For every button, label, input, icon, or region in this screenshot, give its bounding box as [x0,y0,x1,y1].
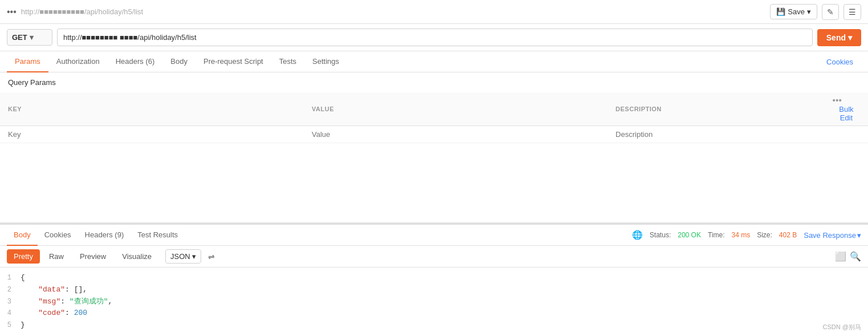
json-val-code: 200 [74,309,87,317]
row-actions-cell [825,126,868,143]
save-response-button[interactable]: Save Response ▾ [804,231,861,240]
save-chevron-icon: ▾ [807,7,811,16]
tab-settings[interactable]: Settings [304,51,347,72]
json-chevron-icon: ▾ [192,252,196,261]
response-tab-cookies[interactable]: Cookies [38,225,78,246]
key-column-header: KEY [0,92,304,126]
send-button[interactable]: Send ▾ [817,29,861,46]
format-tab-visualize[interactable]: Visualize [115,249,158,264]
tab-authorization[interactable]: Authorization [48,51,108,72]
json-key-msg: "msg" [38,297,60,306]
description-column-header: DESCRIPTION [608,92,825,126]
description-cell [608,126,825,143]
code-line-2: 2 "data": [], [0,284,868,296]
send-label: Send [826,33,846,42]
json-format-selector[interactable]: JSON ▾ [165,249,201,264]
top-bar-right: 💾 Save ▾ ✎ ☰ [770,4,861,20]
size-value: 402 B [779,231,797,239]
save-label: Save [788,7,805,16]
code-content-1: { [21,272,868,284]
description-input[interactable] [616,130,817,139]
request-tabs-bar: Params Authorization Headers (6) Body Pr… [0,51,868,72]
edit-button[interactable]: ✎ [822,4,839,20]
menu-dots-icon[interactable]: ••• [7,7,17,17]
request-bar: GET ▾ Send ▾ [0,24,868,51]
code-line-1: 1 { [0,272,868,284]
response-code-area: 1 { 2 "data": [], 3 "msg": "查询成功", 4 "c [0,268,868,336]
query-params-label: Query Params [0,72,868,92]
comment-icon: ☰ [849,7,856,17]
time-value: 34 ms [731,231,750,239]
key-input[interactable] [8,130,296,139]
method-selector[interactable]: GET ▾ [7,29,52,46]
save-button[interactable]: 💾 Save ▾ [770,4,817,19]
method-label: GET [12,33,27,42]
tab-tests[interactable]: Tests [271,51,304,72]
request-url-title: http://■■■■■■■■■■/api/holiday/h5/list [21,7,143,16]
line-num-3: 3 [0,296,21,307]
response-status-bar: 🌐 Status: 200 OK Time: 34 ms Size: 402 B… [632,230,861,240]
format-bar: Pretty Raw Preview Visualize JSON ▾ ⇌ ⬜ … [0,246,868,268]
line-num-2: 2 [0,284,21,295]
value-input[interactable] [312,130,600,139]
format-tab-raw[interactable]: Raw [42,249,71,264]
status-code-badge: 200 OK [678,231,701,239]
top-bar-left: ••• http://■■■■■■■■■■/api/holiday/h5/lis… [7,7,143,17]
code-line-4: 4 "code": 200 [0,307,868,319]
tab-headers[interactable]: Headers (6) [108,51,163,72]
edit-icon: ✎ [827,7,834,17]
tab-body[interactable]: Body [162,51,195,72]
tab-params[interactable]: Params [7,51,48,72]
params-spacer [0,143,868,222]
size-label: Size: [757,231,772,239]
bulk-edit-button[interactable]: Bulk Edit [833,105,860,122]
response-tabs-bar: Body Cookies Headers (9) Test Results 🌐 … [0,225,868,246]
json-key-code: "code" [38,309,65,317]
value-cell [304,126,608,143]
url-masked: ■■■■■■■■■■ [39,7,84,16]
json-label: JSON [170,252,190,261]
column-options-icon[interactable]: ••• [833,96,842,105]
code-content-5: } [21,319,868,331]
filter-icon[interactable]: ⇌ [208,252,215,261]
code-content-3: "msg": "查询成功", [21,296,868,308]
value-column-header: VALUE [304,92,608,126]
key-cell [0,126,304,143]
url-path: /api/holiday/h5/list [84,7,143,16]
copy-icon[interactable]: ⬜ [835,251,846,262]
url-input[interactable] [57,29,813,46]
table-row [0,126,868,143]
response-tab-body[interactable]: Body [7,225,38,246]
tab-pre-request-script[interactable]: Pre-request Script [195,51,271,72]
save-response-chevron-icon: ▾ [857,231,861,240]
response-section: Body Cookies Headers (9) Test Results 🌐 … [0,222,868,336]
line-num-5: 5 [0,319,21,331]
comment-button[interactable]: ☰ [843,4,861,20]
line-num-4: 4 [0,307,21,319]
json-key-data: "data" [38,285,65,294]
params-table: KEY VALUE DESCRIPTION ••• Bulk Edit [0,92,868,143]
url-prefix: http:// [21,7,40,16]
save-disk-icon: 💾 [776,7,785,16]
search-icon[interactable]: 🔍 [850,251,861,262]
top-bar: ••• http://■■■■■■■■■■/api/holiday/h5/lis… [0,0,868,24]
format-tab-preview[interactable]: Preview [73,249,113,264]
time-label: Time: [708,231,725,239]
json-val-msg: "查询成功" [70,297,108,306]
code-line-5: 5 } [0,319,868,331]
code-line-3: 3 "msg": "查询成功", [0,296,868,308]
actions-column-header: ••• Bulk Edit [825,92,868,126]
table-header-row: KEY VALUE DESCRIPTION ••• Bulk Edit [0,92,868,126]
format-bar-right: ⬜ 🔍 [835,251,861,262]
code-content-4: "code": 200 [21,307,868,319]
status-label: Status: [650,231,671,239]
line-num-1: 1 [0,272,21,284]
method-chevron-icon: ▾ [30,33,34,42]
cookies-link[interactable]: Cookies [818,52,861,72]
response-tab-headers[interactable]: Headers (9) [78,225,131,246]
save-response-label: Save Response [804,231,856,240]
response-tab-test-results[interactable]: Test Results [131,225,185,246]
query-params-section: Query Params KEY VALUE DESCRIPTION ••• B… [0,72,868,143]
format-tab-pretty[interactable]: Pretty [7,249,40,264]
code-content-2: "data": [], [21,284,868,296]
